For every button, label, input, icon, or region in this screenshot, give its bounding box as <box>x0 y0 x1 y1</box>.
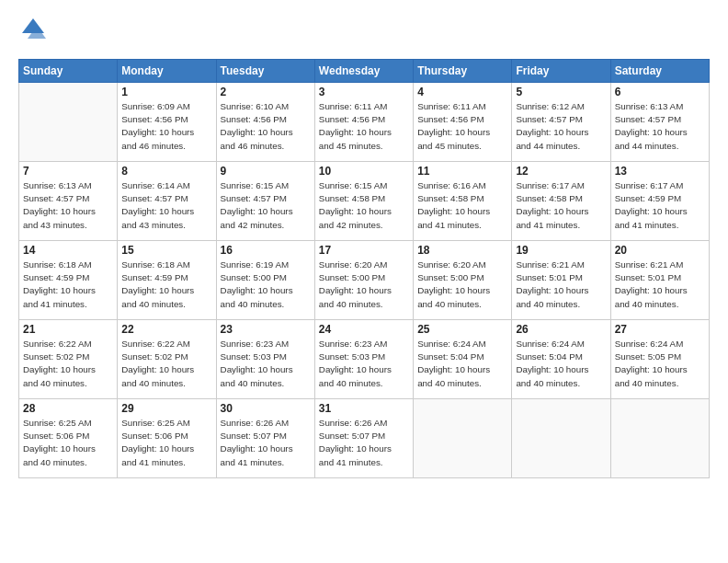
weekday-header-row: SundayMondayTuesdayWednesdayThursdayFrid… <box>19 60 710 83</box>
day-number: 20 <box>615 244 705 257</box>
calendar-cell: 31Sunrise: 6:26 AM Sunset: 5:07 PM Dayli… <box>314 399 413 478</box>
calendar-cell: 7Sunrise: 6:13 AM Sunset: 4:57 PM Daylig… <box>19 162 118 241</box>
weekday-header-thursday: Thursday <box>414 60 512 83</box>
day-number: 8 <box>121 165 211 178</box>
calendar-cell: 25Sunrise: 6:24 AM Sunset: 5:04 PM Dayli… <box>414 320 512 399</box>
weekday-header-monday: Monday <box>118 60 216 83</box>
calendar-cell <box>610 399 709 478</box>
calendar-cell: 8Sunrise: 6:14 AM Sunset: 4:57 PM Daylig… <box>118 162 216 241</box>
calendar-cell: 4Sunrise: 6:11 AM Sunset: 4:56 PM Daylig… <box>414 83 512 162</box>
calendar-cell: 28Sunrise: 6:25 AM Sunset: 5:06 PM Dayli… <box>19 399 118 478</box>
weekday-header-sunday: Sunday <box>19 60 118 83</box>
calendar-cell: 17Sunrise: 6:20 AM Sunset: 5:00 PM Dayli… <box>314 241 413 320</box>
day-info: Sunrise: 6:21 AM Sunset: 5:01 PM Dayligh… <box>615 259 705 311</box>
week-row-3: 21Sunrise: 6:22 AM Sunset: 5:02 PM Dayli… <box>19 320 710 399</box>
day-info: Sunrise: 6:13 AM Sunset: 4:57 PM Dayligh… <box>615 100 705 153</box>
weekday-header-wednesday: Wednesday <box>314 60 413 83</box>
day-number: 18 <box>417 244 507 257</box>
day-info: Sunrise: 6:17 AM Sunset: 4:59 PM Dayligh… <box>615 179 705 232</box>
calendar-cell: 16Sunrise: 6:19 AM Sunset: 5:00 PM Dayli… <box>216 241 314 320</box>
day-info: Sunrise: 6:10 AM Sunset: 4:56 PM Dayligh… <box>221 100 311 153</box>
day-number: 10 <box>319 165 409 178</box>
calendar-cell: 23Sunrise: 6:23 AM Sunset: 5:03 PM Dayli… <box>216 320 314 399</box>
day-info: Sunrise: 6:21 AM Sunset: 5:01 PM Dayligh… <box>516 259 606 311</box>
calendar-cell: 13Sunrise: 6:17 AM Sunset: 4:59 PM Dayli… <box>610 162 709 241</box>
calendar-cell <box>19 83 118 162</box>
day-number: 22 <box>121 323 211 336</box>
day-info: Sunrise: 6:17 AM Sunset: 4:58 PM Dayligh… <box>516 179 606 232</box>
day-number: 13 <box>615 165 705 178</box>
calendar-cell: 14Sunrise: 6:18 AM Sunset: 4:59 PM Dayli… <box>19 241 118 320</box>
day-number: 14 <box>23 244 113 257</box>
calendar-cell: 22Sunrise: 6:22 AM Sunset: 5:02 PM Dayli… <box>118 320 216 399</box>
day-number: 9 <box>221 165 311 178</box>
day-info: Sunrise: 6:11 AM Sunset: 4:56 PM Dayligh… <box>319 100 409 153</box>
day-number: 12 <box>516 165 606 178</box>
day-info: Sunrise: 6:25 AM Sunset: 5:06 PM Dayligh… <box>121 417 211 469</box>
day-number: 5 <box>516 86 606 98</box>
svg-marker-0 <box>22 18 44 33</box>
calendar-cell: 15Sunrise: 6:18 AM Sunset: 4:59 PM Dayli… <box>118 241 216 320</box>
calendar-cell: 27Sunrise: 6:24 AM Sunset: 5:05 PM Dayli… <box>610 320 709 399</box>
day-number: 16 <box>221 244 311 257</box>
day-number: 19 <box>516 244 606 257</box>
calendar-cell: 10Sunrise: 6:15 AM Sunset: 4:58 PM Dayli… <box>314 162 413 241</box>
calendar-table: SundayMondayTuesdayWednesdayThursdayFrid… <box>18 59 710 478</box>
weekday-header-tuesday: Tuesday <box>216 60 314 83</box>
day-number: 6 <box>615 86 705 98</box>
day-info: Sunrise: 6:22 AM Sunset: 5:02 PM Dayligh… <box>23 338 113 390</box>
calendar-cell: 1Sunrise: 6:09 AM Sunset: 4:56 PM Daylig… <box>118 83 216 162</box>
day-info: Sunrise: 6:22 AM Sunset: 5:02 PM Dayligh… <box>121 338 211 390</box>
day-number: 29 <box>121 402 211 415</box>
day-info: Sunrise: 6:18 AM Sunset: 4:59 PM Dayligh… <box>121 259 211 311</box>
calendar-cell: 20Sunrise: 6:21 AM Sunset: 5:01 PM Dayli… <box>610 241 709 320</box>
calendar-cell: 26Sunrise: 6:24 AM Sunset: 5:04 PM Dayli… <box>512 320 610 399</box>
calendar-cell: 30Sunrise: 6:26 AM Sunset: 5:07 PM Dayli… <box>216 399 314 478</box>
day-number: 3 <box>319 86 409 98</box>
day-info: Sunrise: 6:20 AM Sunset: 5:00 PM Dayligh… <box>417 259 507 311</box>
page-container: SundayMondayTuesdayWednesdayThursdayFrid… <box>0 0 728 488</box>
calendar-cell: 9Sunrise: 6:15 AM Sunset: 4:57 PM Daylig… <box>216 162 314 241</box>
day-number: 30 <box>221 402 311 415</box>
calendar-cell <box>512 399 610 478</box>
day-number: 15 <box>121 244 211 257</box>
day-info: Sunrise: 6:24 AM Sunset: 5:04 PM Dayligh… <box>516 338 606 390</box>
calendar-cell: 29Sunrise: 6:25 AM Sunset: 5:06 PM Dayli… <box>118 399 216 478</box>
day-number: 25 <box>417 323 507 336</box>
weekday-header-saturday: Saturday <box>610 60 709 83</box>
day-info: Sunrise: 6:11 AM Sunset: 4:56 PM Dayligh… <box>417 100 507 153</box>
calendar-cell: 24Sunrise: 6:23 AM Sunset: 5:03 PM Dayli… <box>314 320 413 399</box>
day-number: 2 <box>221 86 311 98</box>
calendar-cell: 18Sunrise: 6:20 AM Sunset: 5:00 PM Dayli… <box>414 241 512 320</box>
day-number: 7 <box>23 165 113 178</box>
day-info: Sunrise: 6:14 AM Sunset: 4:57 PM Dayligh… <box>121 179 211 232</box>
logo-icon <box>18 15 48 48</box>
day-number: 31 <box>319 402 409 415</box>
day-number: 24 <box>319 323 409 336</box>
day-info: Sunrise: 6:23 AM Sunset: 5:03 PM Dayligh… <box>319 338 409 390</box>
calendar-cell: 6Sunrise: 6:13 AM Sunset: 4:57 PM Daylig… <box>610 83 709 162</box>
logo <box>18 15 50 48</box>
calendar-cell: 2Sunrise: 6:10 AM Sunset: 4:56 PM Daylig… <box>216 83 314 162</box>
day-number: 26 <box>516 323 606 336</box>
day-info: Sunrise: 6:18 AM Sunset: 4:59 PM Dayligh… <box>23 259 113 311</box>
weekday-header-friday: Friday <box>512 60 610 83</box>
day-info: Sunrise: 6:20 AM Sunset: 5:00 PM Dayligh… <box>319 259 409 311</box>
day-info: Sunrise: 6:16 AM Sunset: 4:58 PM Dayligh… <box>417 179 507 232</box>
week-row-4: 28Sunrise: 6:25 AM Sunset: 5:06 PM Dayli… <box>19 399 710 478</box>
day-number: 1 <box>121 86 211 98</box>
calendar-cell <box>414 399 512 478</box>
calendar-cell: 12Sunrise: 6:17 AM Sunset: 4:58 PM Dayli… <box>512 162 610 241</box>
day-number: 21 <box>23 323 113 336</box>
day-info: Sunrise: 6:13 AM Sunset: 4:57 PM Dayligh… <box>23 179 113 232</box>
calendar-cell: 19Sunrise: 6:21 AM Sunset: 5:01 PM Dayli… <box>512 241 610 320</box>
day-number: 17 <box>319 244 409 257</box>
day-number: 28 <box>23 402 113 415</box>
day-info: Sunrise: 6:23 AM Sunset: 5:03 PM Dayligh… <box>221 338 311 390</box>
day-number: 27 <box>615 323 705 336</box>
calendar-cell: 11Sunrise: 6:16 AM Sunset: 4:58 PM Dayli… <box>414 162 512 241</box>
calendar-cell: 5Sunrise: 6:12 AM Sunset: 4:57 PM Daylig… <box>512 83 610 162</box>
day-info: Sunrise: 6:26 AM Sunset: 5:07 PM Dayligh… <box>221 417 311 469</box>
day-info: Sunrise: 6:19 AM Sunset: 5:00 PM Dayligh… <box>221 259 311 311</box>
week-row-1: 7Sunrise: 6:13 AM Sunset: 4:57 PM Daylig… <box>19 162 710 241</box>
